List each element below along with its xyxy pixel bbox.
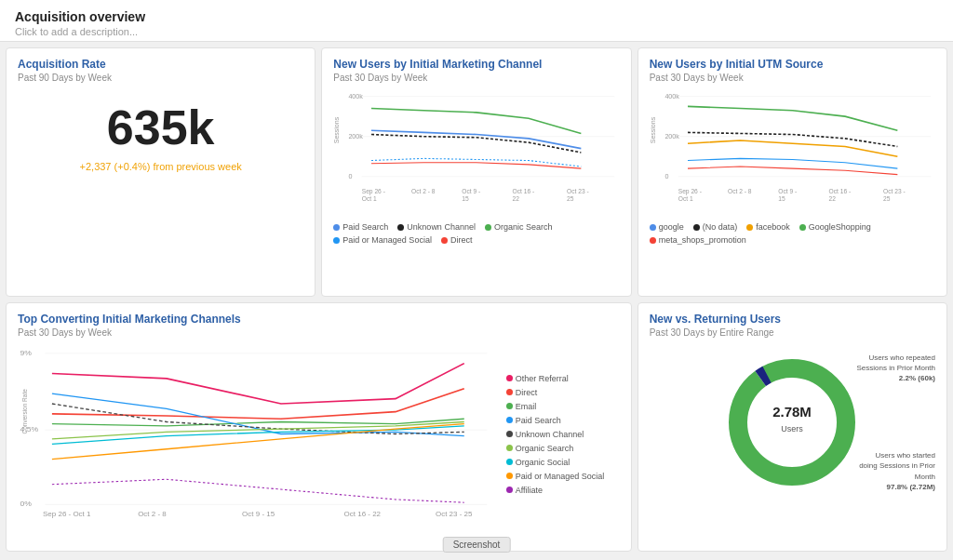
svg-text:200k: 200k — [349, 132, 364, 140]
svg-text:Oct 1: Oct 1 — [362, 194, 377, 201]
acq-rate-title: Acquisition Rate — [18, 58, 303, 71]
new-users-utm-chart: 400k 200k 0 Sep 26 - — [650, 88, 935, 219]
top-converting-chart: 9% 4.5% 0% Conversion Rate — [18, 343, 499, 525]
svg-text:22: 22 — [828, 194, 836, 201]
donut-chart: 2.78M Users — [718, 348, 866, 497]
svg-text:Sep 26 - Oct 1: Sep 26 - Oct 1 — [43, 511, 90, 518]
new-users-channel-card: New Users by Initial Marketing Channel P… — [321, 47, 631, 297]
svg-text:Conversion Rate: Conversion Rate — [20, 389, 27, 433]
svg-text:9%: 9% — [20, 349, 31, 356]
svg-text:Sessions: Sessions — [334, 116, 341, 143]
svg-text:25: 25 — [567, 194, 574, 201]
svg-text:Oct 23 -: Oct 23 - — [567, 188, 589, 194]
top-converting-legend: Other Referral Direct Email Paid Search … — [499, 343, 620, 525]
acq-rate-subtitle: Past 90 Days by Week — [18, 73, 303, 83]
new-users-channel-legend: Paid Search Unknown Channel Organic Sear… — [333, 222, 619, 245]
top-converting-card: Top Converting Initial Marketing Channel… — [6, 302, 632, 552]
svg-text:200k: 200k — [664, 132, 679, 140]
new-vs-returning-title: New vs. Returning Users — [650, 313, 935, 326]
page-header: Acquisition overview Click to add a desc… — [0, 0, 953, 42]
page-description[interactable]: Click to add a description... — [15, 26, 938, 37]
svg-text:Oct 23 - 25: Oct 23 - 25 — [436, 511, 472, 518]
svg-text:Oct 16 -: Oct 16 - — [513, 188, 535, 194]
top-converting-subtitle: Past 30 Days by Week — [18, 327, 620, 338]
svg-text:22: 22 — [513, 194, 520, 201]
acq-rate-change: +2,337 (+0.4%) from previous week — [18, 161, 303, 172]
new-users-utm-card: New Users by Initial UTM Source Past 30 … — [638, 47, 947, 297]
top-converting-content: 9% 4.5% 0% Conversion Rate — [18, 343, 620, 525]
svg-text:400k: 400k — [349, 92, 364, 100]
top-converting-title: Top Converting Initial Marketing Channel… — [18, 313, 620, 326]
svg-text:2.78M: 2.78M — [772, 404, 812, 420]
svg-text:25: 25 — [883, 194, 891, 201]
svg-text:Oct 9 - 15: Oct 9 - 15 — [242, 511, 275, 518]
acquisition-rate-card: Acquisition Rate Past 90 Days by Week 63… — [6, 47, 315, 297]
new-users-utm-subtitle: Past 30 Days by Week — [650, 73, 935, 83]
svg-text:Oct 23 -: Oct 23 - — [883, 188, 906, 194]
svg-text:Oct 2 - 8: Oct 2 - 8 — [138, 511, 167, 518]
svg-text:Oct 2 - 8: Oct 2 - 8 — [728, 188, 752, 194]
svg-point-44 — [738, 368, 846, 476]
new-vs-returning-card: New vs. Returning Users Past 30 Days by … — [638, 302, 947, 552]
svg-text:0%: 0% — [20, 500, 31, 508]
svg-text:Oct 1: Oct 1 — [678, 194, 692, 201]
page-title: Acquisition overview — [15, 9, 938, 24]
svg-text:0: 0 — [664, 172, 668, 180]
svg-text:400k: 400k — [664, 92, 679, 100]
svg-text:0: 0 — [349, 172, 353, 180]
svg-text:15: 15 — [463, 194, 470, 201]
svg-text:Oct 9 -: Oct 9 - — [778, 188, 797, 194]
svg-text:Users: Users — [782, 424, 804, 433]
screenshot-button[interactable]: Screenshot — [443, 537, 511, 553]
dashboard-grid: Acquisition Rate Past 90 Days by Week 63… — [0, 42, 953, 557]
svg-text:Sessions: Sessions — [650, 116, 656, 143]
svg-text:Oct 16 -: Oct 16 - — [828, 188, 851, 194]
donut-container: 2.78M Users Users who repeated Sessions … — [650, 343, 935, 501]
new-users-channel-subtitle: Past 30 Days by Week — [333, 73, 619, 83]
svg-text:Oct 16 - 22: Oct 16 - 22 — [344, 511, 381, 518]
annotation-new: Users who started doing Sessions in Prio… — [856, 450, 935, 492]
annotation-returning: Users who repeated Sessions in Prior Mon… — [856, 353, 935, 384]
new-users-channel-chart: 400k 200k 0 — [333, 88, 619, 219]
new-users-utm-title: New Users by Initial UTM Source — [650, 58, 935, 71]
new-users-channel-title: New Users by Initial Marketing Channel — [333, 58, 619, 71]
page: Acquisition overview Click to add a desc… — [0, 0, 953, 560]
new-users-utm-legend: google (No data) facebook GoogleShopping… — [650, 222, 935, 245]
svg-text:15: 15 — [778, 194, 785, 201]
svg-text:Oct 9 -: Oct 9 - — [463, 188, 481, 194]
acq-rate-value: 635k — [18, 100, 303, 155]
svg-text:Oct 2 - 8: Oct 2 - 8 — [411, 188, 436, 194]
new-vs-returning-subtitle: Past 30 Days by Entire Range — [650, 327, 935, 338]
